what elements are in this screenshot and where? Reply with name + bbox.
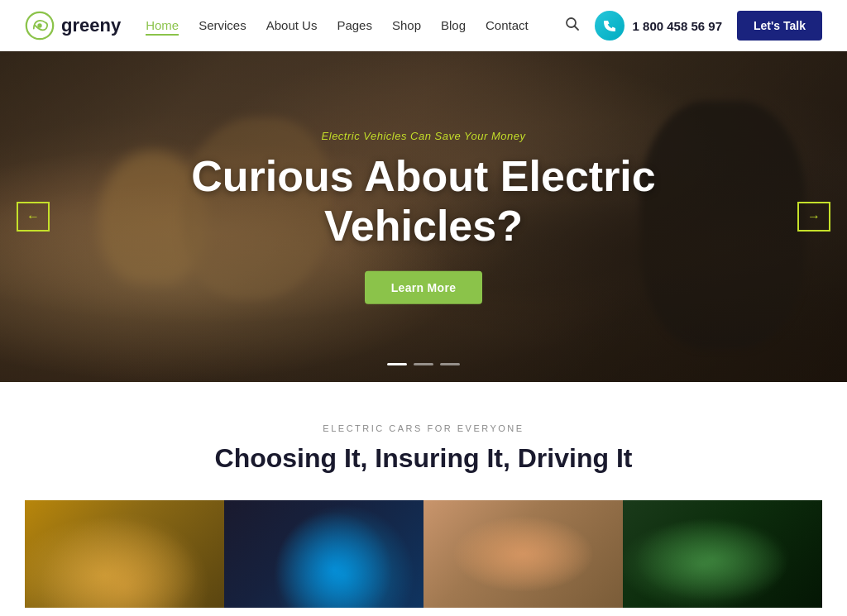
nav-item-shop[interactable]: Shop (392, 18, 421, 33)
svg-point-1 (37, 23, 41, 27)
arrow-left-icon: ← (26, 209, 40, 224)
nav-item-contact[interactable]: Contact (486, 18, 529, 33)
hero-title: Curious About Electric Vehicles? (175, 152, 672, 251)
nav-item-blog[interactable]: Blog (441, 18, 466, 33)
navbar: greeny Home Services About Us Pages Shop… (0, 0, 847, 51)
phone-area: 1 800 458 56 97 (595, 11, 722, 41)
phone-icon (603, 19, 616, 32)
search-icon (565, 17, 580, 31)
navbar-right: 1 800 458 56 97 Let's Talk (565, 11, 822, 41)
hero-section: ← Electric Vehicles Can Save Your Money … (0, 51, 847, 382)
nav-item-about[interactable]: About Us (266, 18, 318, 33)
card-1[interactable] (25, 500, 224, 608)
nav-link-contact[interactable]: Contact (486, 18, 529, 32)
svg-line-3 (574, 26, 578, 30)
section-label: ELECTRIC CARS FOR EVERYONE (25, 423, 822, 433)
nav-link-pages[interactable]: Pages (337, 18, 372, 32)
hero-pagination (387, 363, 460, 365)
hero-cta-button[interactable]: Learn More (365, 270, 482, 303)
card-4[interactable] (623, 500, 822, 608)
hero-tagline: Electric Vehicles Can Save Your Money (175, 130, 672, 142)
dot-1[interactable] (387, 363, 407, 365)
nav-link-about[interactable]: About Us (266, 18, 318, 32)
cards-section: ELECTRIC CARS FOR EVERYONE Choosing It, … (0, 382, 847, 608)
phone-number: 1 800 458 56 97 (633, 19, 722, 33)
search-button[interactable] (565, 17, 580, 36)
nav-item-services[interactable]: Services (199, 18, 246, 33)
hero-next-button[interactable]: → (797, 202, 830, 232)
phone-avatar (595, 11, 624, 41)
arrow-right-icon: → (807, 209, 821, 224)
hero-content: Electric Vehicles Can Save Your Money Cu… (175, 130, 672, 304)
lets-talk-button[interactable]: Let's Talk (737, 11, 822, 41)
dot-3[interactable] (440, 363, 460, 365)
card-2[interactable] (224, 500, 424, 608)
logo-text: greeny (61, 15, 121, 36)
nav-item-home[interactable]: Home (146, 18, 179, 33)
nav-item-pages[interactable]: Pages (337, 18, 372, 33)
cards-row (25, 500, 822, 608)
logo-link[interactable]: greeny (25, 11, 121, 41)
section-title: Choosing It, Insuring It, Driving It (25, 443, 822, 474)
nav-link-home[interactable]: Home (146, 18, 179, 36)
navbar-left: greeny Home Services About Us Pages Shop… (25, 11, 529, 41)
hero-prev-button[interactable]: ← (17, 202, 50, 232)
card-3[interactable] (424, 500, 623, 608)
nav-link-blog[interactable]: Blog (441, 18, 466, 32)
logo-icon (25, 11, 55, 41)
nav-links: Home Services About Us Pages Shop Blog C… (146, 18, 529, 33)
nav-link-services[interactable]: Services (199, 18, 246, 32)
dot-2[interactable] (414, 363, 433, 365)
nav-link-shop[interactable]: Shop (392, 18, 421, 32)
